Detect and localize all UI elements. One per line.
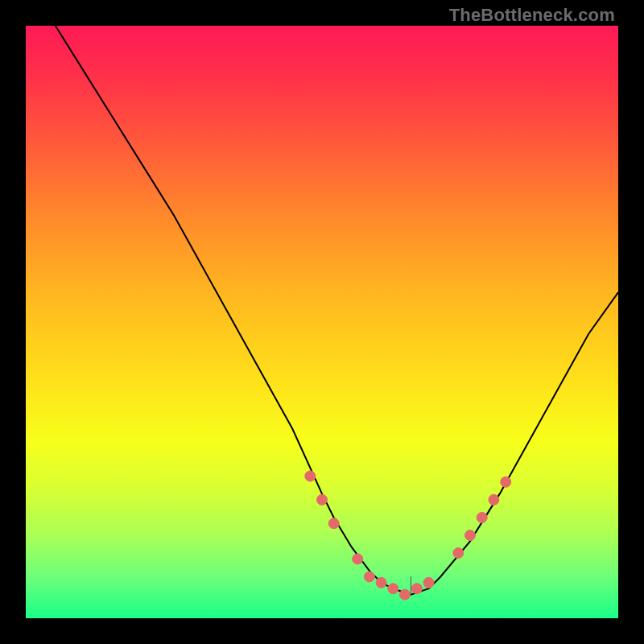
curve-group (56, 26, 618, 595)
highlight-dot (453, 548, 464, 559)
chart-svg (26, 26, 618, 618)
highlight-dot (376, 577, 386, 588)
attribution-text: TheBottleneck.com (449, 5, 615, 26)
highlight-dot (489, 494, 499, 505)
highlight-dot (411, 584, 422, 594)
highlight-dot (305, 471, 316, 481)
highlight-dot (501, 477, 511, 487)
highlight-dot (400, 589, 411, 600)
bottleneck-curve (56, 26, 618, 595)
highlight-dot (328, 518, 339, 529)
highlight-dot (317, 494, 328, 505)
highlight-dot (423, 577, 434, 588)
highlight-dot (465, 530, 476, 541)
highlight-dot (388, 584, 398, 594)
plot-area (26, 26, 618, 618)
chart-stage: TheBottleneck.com (0, 0, 644, 644)
highlight-dot (353, 554, 363, 564)
highlight-dots (305, 471, 511, 600)
highlight-dot (364, 572, 374, 582)
highlight-dot (477, 512, 487, 522)
